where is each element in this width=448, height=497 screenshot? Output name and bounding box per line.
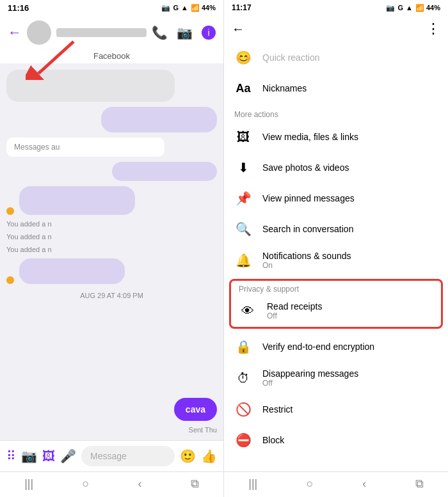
right-nav-menu-icon[interactable]: ||| [248,477,257,491]
sent-label: Sent Thu [189,426,217,434]
menu-item-nicknames[interactable]: Aa Nicknames [224,73,448,104]
menu-item-block[interactable]: ⛔ Block [224,425,448,455]
view-media-icon: 🖼 [234,128,252,146]
video-icon[interactable]: 📷 [177,25,193,40]
search-icon: 🔍 [234,220,252,238]
pinned-messages-icon: 📌 [234,189,252,207]
right-nav-recent-icon[interactable]: ⧉ [415,477,424,491]
camera-icon[interactable]: 📷 [21,448,37,464]
menu-item-restrict[interactable]: 🚫 Restrict [224,394,448,425]
nav-back-icon[interactable]: ‹ [138,477,142,491]
right-nav-back-icon[interactable]: ‹ [362,477,366,491]
right-nav-home-icon[interactable]: ○ [307,477,314,491]
menu-item-verify-encryption[interactable]: 🔒 Verify end-to-end encryption [224,331,448,362]
quick-reaction-text: Quick reaction [262,52,319,63]
save-photos-icon: ⬇ [234,159,252,177]
header-actions: 📞 📷 i [152,25,216,40]
left-panel: 11:16 📷 G ▲ 📶 44% ← 📞 📷 i Facebook [0,0,224,497]
red-arrow-icon [26,35,77,80]
yellow-dot-2 [6,276,14,284]
disappearing-messages-icon: ⏱ [234,369,252,387]
image-icon[interactable]: 🖼 [42,449,55,464]
nav-menu-icon[interactable]: ||| [24,477,33,491]
block-icon: ⛔ [234,431,252,449]
right-back-button[interactable]: ← [232,22,244,36]
menu-item-save-photos[interactable]: ⬇ Save photos & videos [224,152,448,183]
left-header: ← 📞 📷 i [0,15,223,50]
verify-encryption-icon: 🔒 [234,338,252,356]
nav-recent-icon[interactable]: ⧉ [191,477,199,491]
menu-item-view-media[interactable]: 🖼 View media, files & links [224,122,448,152]
nicknames-icon: Aa [234,79,252,97]
emoji-icon[interactable]: 🙂 [180,448,196,464]
dots-icon[interactable]: ⠿ [6,448,16,464]
back-button[interactable]: ← [8,24,22,41]
chat-bubble-5 [19,258,125,284]
menu-item-read-receipts[interactable]: 👁 Read receipts Off [231,295,441,327]
right-bottom-nav: ||| ○ ‹ ⧉ [224,471,448,497]
notifications-icon: 🔔 [234,251,252,269]
input-bar: ⠿ 📷 🖼 🎤 Message 🙂 👍 [0,440,223,471]
right-status-icons: 📷 G ▲ 📶 44% [386,4,440,12]
more-options-button[interactable]: ⋮ [426,20,440,37]
chat-bubble-2 [101,107,217,132]
bottom-nav: ||| ○ ‹ ⧉ [0,471,223,497]
messages-status: Messages au [6,138,164,157]
chat-bubble-3 [112,162,218,181]
right-status-bar: 11:17 📷 G ▲ 📶 44% [224,0,448,15]
left-time: 11:16 [8,3,29,13]
menu-item-disappearing-messages[interactable]: ⏱ Disappearing messages Off [224,362,448,394]
left-status-icons: 📷 G ▲ 📶 44% [161,4,216,12]
restrict-icon: 🚫 [234,400,252,418]
thumb-icon[interactable]: 👍 [201,448,217,464]
mic-icon[interactable]: 🎤 [60,448,76,464]
system-msg-2: You added a n [6,233,217,241]
sent-bubble: cava [174,398,217,421]
privacy-title: Privacy & support [231,281,441,295]
phone-icon[interactable]: 📞 [152,25,168,40]
nav-home-icon[interactable]: ○ [82,477,89,491]
menu-item-pinned-messages[interactable]: 📌 View pinned messages [224,183,448,214]
read-receipts-icon: 👁 [239,302,257,320]
right-panel: 11:17 📷 G ▲ 📶 44% ← ⋮ 😊 Quick reaction A… [224,0,448,497]
right-header: ← ⋮ [224,15,448,42]
menu-item-notifications[interactable]: 🔔 Notifications & sounds On [224,244,448,276]
quick-reaction-icon: 😊 [234,49,252,67]
svg-line-1 [38,42,74,74]
menu-list: 😊 Quick reaction Aa Nicknames More actio… [224,42,448,471]
menu-item-search[interactable]: 🔍 Search in conversation [224,214,448,244]
nicknames-text: Nicknames [262,83,307,93]
bubble-with-dot [6,186,217,215]
bubble-with-dot-2 [6,258,217,284]
right-time: 11:17 [232,3,252,12]
more-actions-title: More actions [224,104,448,122]
chat-bubble-4 [19,186,135,215]
menu-item-quick-reaction[interactable]: 😊 Quick reaction [224,42,448,73]
info-icon[interactable]: i [202,26,216,40]
privacy-support-section: Privacy & support 👁 Read receipts Off [229,279,443,329]
system-msg-1: You added a n [6,220,217,228]
message-input[interactable]: Message [81,446,175,466]
date-stamp: AUG 29 AT 4:09 PM [6,292,217,299]
yellow-dot-1 [6,207,14,215]
system-msg-3: You added a n [6,246,217,253]
chat-area: Messages au You added a n You added a n … [0,63,223,440]
left-status-bar: 11:16 📷 G ▲ 📶 44% [0,0,223,15]
